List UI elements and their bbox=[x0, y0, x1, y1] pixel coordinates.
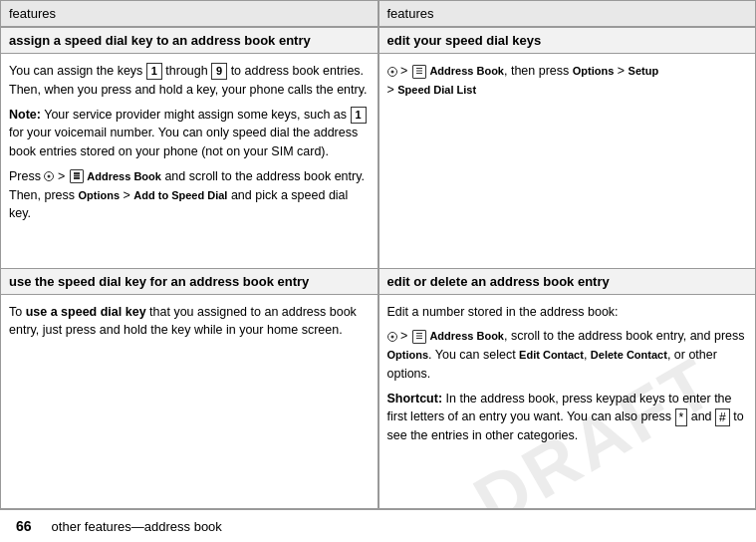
left-column: features assign a speed dial key to an a… bbox=[0, 0, 378, 509]
left-header-label: features bbox=[9, 6, 56, 21]
left-section1-content: You can assign the keys 1 through 9 to a… bbox=[1, 54, 378, 268]
use-speed-dial-bold: use a speed dial key bbox=[26, 305, 146, 319]
add-speed-dial-label: Add to Speed Dial bbox=[133, 189, 227, 201]
right-address-book2-icon bbox=[412, 330, 426, 344]
left-para2: Note: Your service provider might assign… bbox=[9, 106, 370, 161]
note-label: Note: bbox=[9, 108, 41, 122]
key-9: 9 bbox=[211, 63, 227, 80]
right-section2-subheader-label: edit or delete an address book entry bbox=[387, 274, 610, 289]
footer-bar: 66 other features—address book bbox=[0, 509, 756, 542]
edit-contact-label: Edit Contact bbox=[519, 349, 584, 361]
right-address-book-label: Address Book bbox=[427, 65, 504, 77]
main-content: features assign a speed dial key to an a… bbox=[0, 0, 756, 509]
right-header-label: features bbox=[387, 6, 434, 21]
page-number: 66 bbox=[16, 518, 32, 534]
right-header: features bbox=[379, 1, 756, 27]
star-key: * bbox=[675, 408, 688, 427]
right-section2-content: Edit a number stored in the address book… bbox=[379, 295, 756, 509]
delete-contact-label: Delete Contact bbox=[591, 349, 667, 361]
right-section2-para1: Edit a number stored in the address book… bbox=[387, 303, 748, 322]
key-1-voicemail: 1 bbox=[351, 107, 367, 124]
right-section2-para3: Shortcut: In the address book, press key… bbox=[387, 390, 748, 446]
options-label: Options bbox=[78, 189, 120, 201]
address-book-label: Address Book bbox=[85, 170, 161, 182]
right-nav-dot2-icon bbox=[387, 332, 397, 342]
right-nav-dot-icon bbox=[387, 67, 397, 77]
right-section1-para: > Address Book, then press Options > Set… bbox=[387, 62, 748, 100]
left-section2-subheader-label: use the speed dial key for an address bo… bbox=[9, 274, 309, 289]
right-section2-subheader: edit or delete an address book entry bbox=[379, 268, 756, 295]
setup-label: Setup bbox=[629, 65, 659, 77]
left-header: features bbox=[1, 1, 378, 27]
right-column: features edit your speed dial keys > Add… bbox=[378, 0, 757, 509]
speed-dial-list-label: Speed Dial List bbox=[397, 84, 476, 96]
key-1: 1 bbox=[146, 63, 162, 80]
left-section2-content: To use a speed dial key that you assigne… bbox=[1, 295, 378, 509]
right-options2-label: Options bbox=[387, 349, 429, 361]
right-section1-subheader-label: edit your speed dial keys bbox=[387, 33, 542, 48]
hash-key: # bbox=[715, 408, 730, 427]
right-options-label: Options bbox=[573, 65, 615, 77]
left-section2-subheader: use the speed dial key for an address bo… bbox=[1, 268, 378, 295]
right-address-book-icon bbox=[412, 65, 426, 79]
right-address-book2-label: Address Book bbox=[427, 330, 504, 342]
page-wrapper: DRAFT features assign a speed dial key t… bbox=[0, 0, 756, 542]
left-section2-para: To use a speed dial key that you assigne… bbox=[9, 303, 370, 341]
shortcut-label: Shortcut: bbox=[387, 392, 443, 406]
right-section1-content: > Address Book, then press Options > Set… bbox=[379, 54, 756, 268]
address-book-icon bbox=[70, 169, 84, 183]
footer-text: other features—address book bbox=[52, 519, 222, 534]
left-section1-subheader: assign a speed dial key to an address bo… bbox=[1, 27, 378, 54]
right-section1-subheader: edit your speed dial keys bbox=[379, 27, 756, 54]
left-para3: Press > Address Book and scroll to the a… bbox=[9, 167, 370, 223]
left-para1: You can assign the keys 1 through 9 to a… bbox=[9, 62, 370, 100]
nav-dot-icon bbox=[44, 171, 54, 181]
right-section2-para2: > Address Book, scroll to the address bo… bbox=[387, 327, 748, 383]
left-section1-subheader-label: assign a speed dial key to an address bo… bbox=[9, 33, 311, 48]
